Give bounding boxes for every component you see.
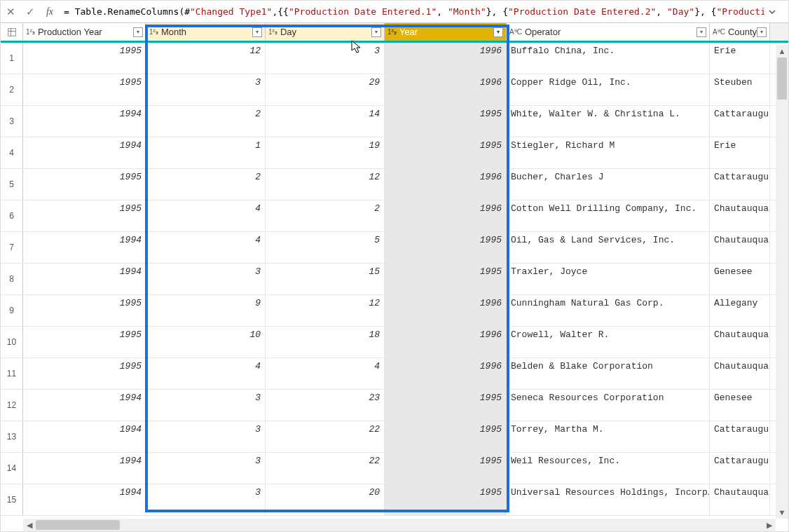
- cell[interactable]: Steuben: [710, 74, 770, 105]
- cell[interactable]: 1995: [385, 137, 507, 168]
- cell[interactable]: Cattaraugu: [710, 169, 770, 200]
- cell[interactable]: 1994: [23, 264, 146, 294]
- cell[interactable]: 1995: [385, 421, 507, 452]
- filter-dropdown-button[interactable]: ▾: [757, 27, 767, 37]
- cell[interactable]: 2: [146, 169, 266, 200]
- cell[interactable]: 29: [266, 74, 385, 105]
- column-header-operator[interactable]: AᴮCOperator▾: [507, 23, 710, 41]
- row-number[interactable]: 7: [1, 232, 23, 263]
- cell[interactable]: 1994: [23, 232, 146, 263]
- cell[interactable]: 15: [266, 264, 385, 294]
- table-row[interactable]: 61995421996Cotton Well Drilling Company,…: [1, 200, 788, 232]
- cell[interactable]: Allegany: [710, 295, 770, 326]
- column-header-year[interactable]: 1²₃Year▾: [385, 23, 507, 41]
- cell[interactable]: Cattaraugu: [710, 421, 770, 452]
- filter-dropdown-button[interactable]: ▾: [252, 27, 262, 37]
- row-number[interactable]: 3: [1, 106, 23, 137]
- formula-input[interactable]: = Table.RenameColumns(#"Changed Type1",{…: [60, 6, 764, 17]
- cell[interactable]: Chautauqua: [710, 358, 770, 389]
- table-row[interactable]: 519952121996Bucher, Charles JCattaraugu: [1, 169, 788, 200]
- cell[interactable]: 1995: [23, 169, 146, 200]
- cell[interactable]: 3: [146, 453, 266, 484]
- cell[interactable]: Oil, Gas & Land Services, Inc.: [507, 232, 710, 263]
- horizontal-scrollbar[interactable]: ◀ ▶: [23, 519, 776, 531]
- cell[interactable]: 3: [146, 421, 266, 452]
- table-row[interactable]: 119951231996Buffalo China, Inc.Erie: [1, 43, 788, 74]
- filter-dropdown-button[interactable]: ▾: [697, 27, 706, 37]
- table-row[interactable]: 919959121996Cunningham Natural Gas Corp.…: [1, 295, 788, 327]
- cell[interactable]: Genesee: [710, 264, 770, 294]
- vscroll-thumb[interactable]: [777, 57, 787, 100]
- table-row[interactable]: 1419943221995Weil Resources, Inc.Cattara…: [1, 453, 788, 484]
- row-number[interactable]: 5: [1, 169, 23, 200]
- column-header-day[interactable]: 1²₃Day▾: [266, 23, 385, 41]
- cell[interactable]: Cotton Well Drilling Company, Inc.: [507, 200, 710, 231]
- cell[interactable]: 20: [266, 484, 385, 515]
- cell[interactable]: Belden & Blake Corporation: [507, 358, 710, 389]
- cell[interactable]: 1995: [23, 358, 146, 389]
- table-row[interactable]: 819943151995Traxler, JoyceGenesee: [1, 264, 788, 295]
- cell[interactable]: 4: [146, 232, 266, 263]
- vscroll-track[interactable]: [776, 57, 788, 506]
- table-row[interactable]: 319942141995White, Walter W. & Christina…: [1, 106, 788, 137]
- cell[interactable]: Buffalo China, Inc.: [507, 43, 710, 74]
- cell[interactable]: 1996: [385, 358, 507, 389]
- cell[interactable]: 1996: [385, 295, 507, 326]
- table-row[interactable]: 1319943221995Torrey, Martha M.Cattaraugu: [1, 421, 788, 453]
- cell[interactable]: Cunningham Natural Gas Corp.: [507, 295, 710, 326]
- cell[interactable]: 1996: [385, 327, 507, 357]
- cell[interactable]: 22: [266, 421, 385, 452]
- scroll-right-button[interactable]: ▶: [763, 519, 776, 531]
- scroll-down-button[interactable]: ▼: [776, 506, 788, 519]
- row-number[interactable]: 1: [1, 43, 23, 74]
- cell[interactable]: Chautauqua: [710, 484, 770, 515]
- cell[interactable]: 12: [266, 169, 385, 200]
- cell[interactable]: Erie: [710, 43, 770, 74]
- cell[interactable]: White, Walter W. & Christina L.: [507, 106, 710, 137]
- cell[interactable]: Cattaraugu: [710, 453, 770, 484]
- column-header-production-year[interactable]: 1²₃Production Year▾: [23, 23, 146, 41]
- cell[interactable]: 1995: [23, 43, 146, 74]
- cell[interactable]: 23: [266, 390, 385, 421]
- row-number[interactable]: 10: [1, 327, 23, 357]
- cell[interactable]: 1996: [385, 200, 507, 231]
- table-row[interactable]: 1219943231995Seneca Resources Corporatio…: [1, 390, 788, 421]
- cell[interactable]: 1994: [23, 106, 146, 137]
- cell[interactable]: 1994: [23, 137, 146, 168]
- row-number[interactable]: 15: [1, 484, 23, 515]
- cell[interactable]: Crowell, Walter R.: [507, 327, 710, 357]
- cell[interactable]: 9: [146, 295, 266, 326]
- expand-formula-button[interactable]: [764, 8, 780, 16]
- row-number[interactable]: 11: [1, 358, 23, 389]
- cell[interactable]: 1995: [23, 200, 146, 231]
- cell[interactable]: 1995: [23, 295, 146, 326]
- cell[interactable]: 1996: [385, 169, 507, 200]
- cell[interactable]: 14: [266, 106, 385, 137]
- cell[interactable]: Chautauqua: [710, 200, 770, 231]
- hscroll-thumb[interactable]: [36, 520, 120, 530]
- cell[interactable]: 4: [146, 358, 266, 389]
- row-number[interactable]: 13: [1, 421, 23, 452]
- cell[interactable]: 1996: [385, 74, 507, 105]
- cell[interactable]: Erie: [710, 137, 770, 168]
- row-number[interactable]: 12: [1, 390, 23, 421]
- cell[interactable]: 1995: [385, 484, 507, 515]
- scroll-up-button[interactable]: ▲: [776, 45, 788, 57]
- table-row[interactable]: 10199510181996Crowell, Walter R.Chautauq…: [1, 327, 788, 358]
- table-row[interactable]: 71994451995Oil, Gas & Land Services, Inc…: [1, 232, 788, 264]
- cancel-formula-button[interactable]: ✕: [1, 2, 20, 22]
- cell[interactable]: Copper Ridge Oil, Inc.: [507, 74, 710, 105]
- table-options-button[interactable]: [1, 23, 23, 41]
- vertical-scrollbar[interactable]: ▲ ▼: [776, 45, 788, 519]
- cell[interactable]: Stiegler, Richard M: [507, 137, 710, 168]
- cell[interactable]: Cattaraugu: [710, 106, 770, 137]
- row-number[interactable]: 14: [1, 453, 23, 484]
- cell[interactable]: 1996: [385, 43, 507, 74]
- row-number[interactable]: 6: [1, 200, 23, 231]
- cell[interactable]: Chautauqua: [710, 232, 770, 263]
- cell[interactable]: Universal Resources Holdings, Incorp…: [507, 484, 710, 515]
- cell[interactable]: 22: [266, 453, 385, 484]
- hscroll-track[interactable]: [36, 519, 763, 531]
- cell[interactable]: Bucher, Charles J: [507, 169, 710, 200]
- cell[interactable]: 1995: [23, 327, 146, 357]
